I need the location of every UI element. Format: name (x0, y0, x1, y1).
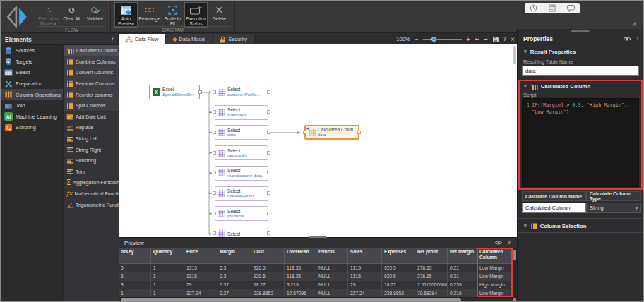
zoom-out-icon[interactable]: − (415, 37, 419, 42)
validate-button[interactable]: Validate (84, 3, 106, 21)
output-port[interactable] (267, 110, 270, 114)
preview-horizontal-scrollbar[interactable] (119, 297, 517, 302)
output-port[interactable] (267, 131, 270, 134)
table-row[interactable]: 5113150.3920.5118.35NULL1315920.5276.150… (119, 264, 512, 272)
calculated-column-section-header[interactable]: ∨ + Calculated Column (523, 83, 590, 90)
flow-node-select-data[interactable]: Selectdata (215, 125, 268, 140)
calc-column-type-dropdown[interactable]: String ▾ (586, 203, 641, 213)
output-port[interactable] (357, 131, 361, 134)
sidebar-item-sources[interactable]: Sources (1, 45, 63, 56)
column-header-quantity[interactable]: Quantity (151, 248, 184, 264)
sidebar-item-join[interactable]: Join (1, 100, 63, 111)
delete-button[interactable]: ×Delete (208, 3, 230, 21)
flyout-item-substring[interactable]: Substring (64, 155, 119, 167)
auto-preview-button[interactable]: Auto Preview (115, 3, 137, 27)
flow-node-select-customers[interactable]: Selectcustomers (215, 105, 268, 120)
feedback-icon[interactable] (567, 5, 575, 12)
column-header-overhead[interactable]: OverHead (285, 248, 316, 264)
flow-node-select-geography[interactable]: Selectgeography (215, 145, 268, 160)
panel-splitter-handle[interactable] (309, 236, 327, 238)
clear-all-button[interactable]: ↺Clear All (61, 3, 83, 21)
flyout-item-aggregation-function[interactable]: ΣAggregation Function (64, 177, 119, 188)
zoom-slider-thumb[interactable] (431, 37, 436, 42)
input-port[interactable] (303, 131, 306, 134)
save-icon[interactable] (492, 36, 499, 43)
column-header-net-margin[interactable]: net margin (448, 248, 477, 264)
preview-toggle-eye-icon[interactable] (623, 36, 631, 42)
rearrange-button[interactable]: ∷∷Rearrange (138, 3, 160, 21)
close-diagram-icon[interactable]: × (511, 37, 515, 42)
flyout-item-replace[interactable]: Replace (64, 122, 119, 133)
flyout-item-split-columns[interactable]: Split Columns (64, 100, 119, 111)
calc-column-name-input[interactable] (522, 203, 586, 213)
flow-node-select-manufacturers[interactable]: Selectmanufacturers (215, 186, 268, 201)
canvas-vertical-scrollbar[interactable] (513, 46, 516, 64)
output-port[interactable] (198, 90, 202, 94)
history-icon[interactable] (530, 4, 537, 12)
input-port[interactable] (213, 231, 216, 235)
output-port[interactable] (267, 171, 270, 174)
sidebar-item-select[interactable]: Select (1, 67, 63, 78)
column-header-net-profit[interactable]: net profit (415, 248, 448, 264)
tab-data-flow[interactable]: Data Flow (119, 34, 165, 44)
input-port[interactable] (213, 110, 216, 114)
log-icon[interactable] (549, 4, 556, 12)
table-row[interactable]: 6113150.3920.5118.35NULL1315920.5276.150… (119, 272, 512, 281)
column-header-nfkey[interactable]: nfKey (119, 248, 151, 264)
flyout-item-rename-columns[interactable]: Rename Columns (64, 78, 119, 90)
flyout-item-add-date-unit[interactable]: Add Date Unit (64, 111, 119, 123)
result-properties-section-header[interactable]: ∨ Result Properties (523, 49, 576, 55)
collapse-properties-icon[interactable]: › (636, 35, 639, 42)
flyout-item-mathematical-function[interactable]: ƒxMathematical Function (64, 188, 119, 200)
scale-to-fit-button[interactable]: Scale to Fit (162, 3, 184, 27)
output-port[interactable] (267, 231, 270, 235)
help-icon[interactable]: ? (503, 37, 506, 42)
flyout-item-string-left[interactable]: String Left (64, 133, 119, 145)
column-header-cost[interactable]: Cost (251, 248, 285, 264)
flyout-item-trim[interactable]: Trim (64, 167, 119, 178)
column-header-sales[interactable]: Sales (348, 248, 382, 264)
zoom-slider[interactable] (423, 39, 462, 40)
sidebar-item-targets[interactable]: Targets (1, 56, 63, 68)
eye-icon[interactable] (494, 240, 503, 246)
sidebar-item-preparation[interactable]: Preparation (1, 78, 63, 90)
table-row[interactable]: 11327.240.27238.885217.67096NULL327.2423… (119, 289, 512, 297)
flow-node-select-customerprofile[interactable]: SelectcustomerProfile... (215, 85, 268, 99)
flow-node-calculated-column[interactable]: +Calculated Columndata (304, 125, 359, 140)
table-row[interactable]: 31290.3718.273.219NULL2918.277.511000000… (119, 281, 512, 289)
input-port[interactable] (213, 171, 216, 174)
sidebar-item-column-operations[interactable]: Column Operations (1, 89, 63, 100)
input-port[interactable] (213, 191, 216, 195)
flyout-item-trigonometric-functi[interactable]: Trigonometric Functi... (64, 199, 119, 210)
tab-security[interactable]: Security (213, 34, 254, 44)
zoom-in-icon[interactable]: + (466, 37, 470, 42)
flow-node-select-products[interactable]: Selectproducts (215, 206, 268, 221)
flyout-item-combine-columns[interactable]: Combine Columns (64, 56, 119, 68)
input-port[interactable] (213, 212, 216, 215)
execution-status-button[interactable]: Execution Status (185, 3, 207, 27)
output-port[interactable] (267, 191, 270, 195)
flyout-item-convert-columns[interactable]: Convert Columns (64, 67, 119, 78)
script-editor[interactable]: 1 IF([Margin] > 0.3, "High Margin", "Low… (522, 98, 639, 187)
input-port[interactable] (213, 151, 216, 155)
column-header-price[interactable]: Price (184, 248, 217, 264)
flow-node-select-manufacturer-deta[interactable]: Selectmanufacturer deta... (215, 166, 268, 181)
column-header-expenses[interactable]: Expenses (382, 248, 415, 264)
column-header-calculated-column[interactable]: Calculated Column (477, 248, 512, 264)
redo-icon[interactable]: → (483, 37, 487, 42)
collapse-preview-icon[interactable]: ∨ (507, 240, 511, 246)
execution-model-button[interactable]: ∴Execution Model ▾ (37, 3, 59, 27)
flyout-item-calculated-column[interactable]: +Calculated Column (64, 45, 119, 56)
flyout-item-reorder-columns[interactable]: Reorder columns (64, 89, 119, 100)
output-port[interactable] (267, 212, 270, 215)
sidebar-item-machine-learning[interactable]: AIMachine Learning (1, 111, 63, 123)
flow-node-excel-source[interactable]: XExcelSpreadSheetDemo (... (149, 85, 200, 99)
input-port[interactable] (213, 90, 216, 94)
undo-icon[interactable]: ← (475, 37, 479, 42)
preview-vertical-scrollbar[interactable] (512, 248, 517, 297)
sidebar-item-scripting[interactable]: Scripting (1, 122, 63, 133)
column-selection-section-header[interactable]: ∨ Column Selection (523, 222, 587, 229)
tab-data-model[interactable]: ◆Data Model (166, 34, 212, 44)
column-header-returns[interactable]: returns (316, 248, 348, 264)
column-header-margin[interactable]: Margin (217, 248, 251, 264)
